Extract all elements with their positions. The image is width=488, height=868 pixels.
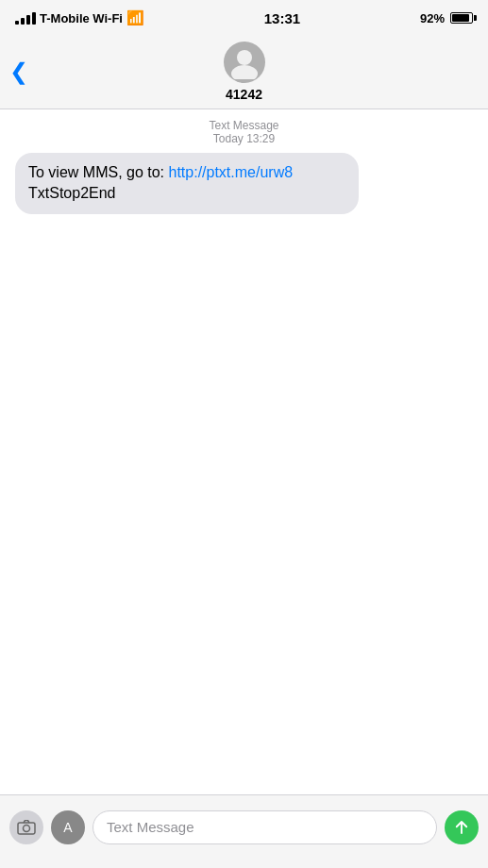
- avatar: [224, 42, 265, 83]
- camera-icon: [17, 820, 36, 835]
- message-timestamp: Text Message Today 13:29: [15, 119, 473, 145]
- message-input-placeholder: Text Message: [107, 819, 194, 835]
- nav-bar: ❮ 41242: [0, 34, 488, 109]
- send-button[interactable]: [445, 810, 479, 844]
- back-button[interactable]: ❮: [9, 58, 28, 85]
- person-icon: [227, 45, 261, 79]
- appstore-button[interactable]: A: [51, 810, 85, 844]
- signal-bars-icon: [15, 11, 36, 25]
- message-area: Text Message Today 13:29 To view MMS, go…: [0, 109, 488, 868]
- wifi-icon: 📶: [126, 9, 144, 26]
- status-time: 13:31: [264, 10, 300, 26]
- timestamp-date: Today 13:29: [15, 132, 473, 145]
- camera-button[interactable]: [9, 810, 43, 844]
- message-input[interactable]: Text Message: [93, 810, 437, 844]
- battery-percent: 92%: [420, 11, 445, 25]
- contact-info[interactable]: 41242: [224, 42, 265, 102]
- svg-text:A: A: [63, 820, 73, 835]
- send-icon: [453, 819, 470, 836]
- timestamp-label: Text Message: [15, 119, 473, 132]
- carrier-label: T-Mobile Wi-Fi: [40, 11, 123, 25]
- status-right: 92%: [420, 11, 473, 25]
- status-left: T-Mobile Wi-Fi 📶: [15, 9, 144, 26]
- message-text-before-link: To view MMS, go to:: [28, 164, 169, 180]
- message-bubble: To view MMS, go to: http://ptxt.me/urw8T…: [15, 153, 359, 214]
- contact-number: 41242: [226, 87, 262, 102]
- appstore-icon: A: [59, 818, 77, 837]
- battery-icon: [450, 12, 473, 24]
- svg-point-3: [24, 825, 30, 831]
- status-bar: T-Mobile Wi-Fi 📶 13:31 92%: [0, 0, 488, 34]
- message-link[interactable]: http://ptxt.me/urw8: [169, 164, 294, 180]
- input-bar: A Text Message: [0, 794, 488, 868]
- main-content: Text Message Today 13:29 To view MMS, go…: [0, 109, 488, 868]
- svg-point-1: [231, 65, 258, 79]
- message-text-after-link: TxtStop2End: [28, 185, 116, 201]
- svg-point-0: [237, 50, 252, 65]
